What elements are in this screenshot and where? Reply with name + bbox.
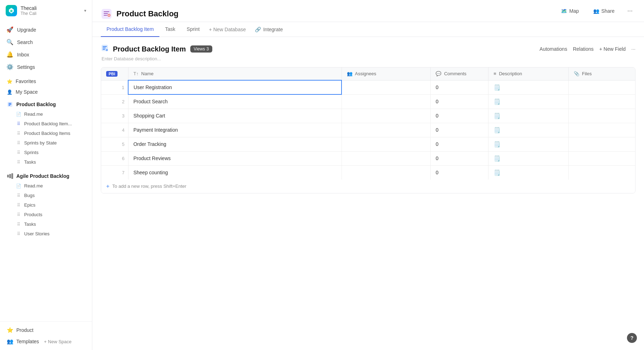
agile-backlog-label: Agile Product Backlog [16, 173, 69, 179]
tab-integrate[interactable]: 🔗 Integrate [249, 22, 288, 37]
sidebar-sub-read-me-1[interactable]: 📄 Read.me [3, 109, 89, 119]
row-files-cell[interactable] [568, 123, 635, 137]
sidebar-sub-product-backlog-item[interactable]: ⠿ Product Backlog Item... [3, 119, 89, 128]
share-button[interactable]: 👥 Share [589, 6, 619, 16]
svg-rect-5 [7, 175, 9, 177]
comments-col-icon: 💬 [436, 71, 441, 76]
row-name-cell[interactable]: Product Search [128, 94, 342, 109]
sidebar-item-my-space[interactable]: 👤 My Space [3, 87, 89, 97]
tab-task-label: Task [165, 26, 175, 32]
map-button[interactable]: 🗺️ Map [557, 6, 583, 16]
new-space-label[interactable]: + New Space [44, 339, 72, 344]
col-name[interactable]: T↑ Name [128, 67, 342, 80]
row-assignees-cell[interactable] [342, 151, 430, 165]
row-comments-cell: 0 [431, 151, 489, 165]
views-button[interactable]: Views 3 [190, 45, 212, 53]
sidebar-sub-epics[interactable]: ⠿ Epics [3, 200, 89, 210]
row-assignees-cell[interactable] [342, 165, 430, 180]
table-row[interactable]: 4Payment Integration0🗒️ [101, 123, 635, 137]
sidebar-sub-read-me-2[interactable]: 📄 Read.me [3, 181, 89, 191]
row-name-cell[interactable]: Product Reviews [128, 151, 342, 165]
org-header[interactable]: Thecali The Cali ▾ [0, 0, 92, 21]
row-description-cell[interactable]: 🗒️ [489, 165, 568, 180]
tab-product-backlog-item[interactable]: Product Backlog Item [101, 22, 159, 37]
tab-sprint[interactable]: Sprint [181, 22, 206, 37]
col-description[interactable]: ≡ Description [489, 67, 568, 80]
tab-new-database[interactable]: + New Database [205, 22, 249, 37]
automations-button[interactable]: Automations [540, 46, 567, 52]
sidebar-sub-product-backlog-items[interactable]: ⠿ Product Backlog Items [3, 128, 89, 138]
tab-task[interactable]: Task [159, 22, 181, 37]
sidebar-sub-tasks[interactable]: ⠿ Tasks [3, 157, 89, 167]
share-label: Share [601, 8, 615, 14]
agile-backlog-group-header[interactable]: Agile Product Backlog [3, 170, 89, 181]
content-section-title: Product Backlog Item [113, 45, 186, 53]
product-backlog-group-header[interactable]: Product Backlog [3, 98, 89, 109]
row-assignees-cell[interactable] [342, 80, 430, 94]
svg-point-0 [10, 10, 12, 12]
row-files-cell[interactable] [568, 151, 635, 165]
description-doc-icon: 🗒️ [493, 84, 501, 91]
row-files-cell[interactable] [568, 94, 635, 109]
row-assignees-cell[interactable] [342, 109, 430, 123]
row-description-cell[interactable]: 🗒️ [489, 151, 568, 165]
sidebar-item-product[interactable]: ⭐ Product [3, 324, 89, 336]
row-description-cell[interactable]: 🗒️ [489, 137, 568, 151]
table-row[interactable]: 3Shopping Cart0🗒️ [101, 109, 635, 123]
row-assignees-cell[interactable] [342, 137, 430, 151]
more-options-icon[interactable]: ··· [624, 6, 635, 16]
row-description-cell[interactable]: 🗒️ [489, 94, 568, 109]
svg-rect-2 [9, 103, 11, 104]
col-assignees[interactable]: 👥 Assignees [342, 67, 430, 80]
table-row[interactable]: 6Product Reviews0🗒️ [101, 151, 635, 165]
sidebar-sub-sprints[interactable]: ⠿ Sprints [3, 148, 89, 157]
sidebar-item-favorites[interactable]: ⭐ Favorites [3, 76, 89, 87]
sidebar-sub-sprints-by-state[interactable]: ⠿ Sprints by State [3, 138, 89, 148]
row-name-cell[interactable]: Payment Integration [128, 123, 342, 137]
sidebar-item-search[interactable]: 🔍 Search [3, 36, 89, 48]
data-table: PBI T↑ Name 👥 Assignees 💬 Comments [101, 67, 635, 180]
org-name: Thecali [21, 5, 37, 11]
assignees-col-icon: 👥 [347, 71, 353, 76]
sidebar-sub-user-stories[interactable]: ⠿ User Stories [3, 229, 89, 239]
sidebar-item-templates[interactable]: 👥 Templates + New Space [3, 336, 89, 347]
sidebar-sub-products[interactable]: ⠿ Products [3, 210, 89, 219]
bugs-label: Bugs [24, 193, 35, 198]
table-row[interactable]: 2Product Search0🗒️ [101, 94, 635, 109]
row-name-cell[interactable]: Sheep counting [128, 165, 342, 180]
sidebar-item-settings[interactable]: ⚙️ Settings [3, 61, 89, 73]
table-row[interactable]: 5Order Tracking0🗒️ [101, 137, 635, 151]
pbi-column-badge: PBI [106, 71, 118, 77]
row-files-cell[interactable] [568, 137, 635, 151]
row-assignees-cell[interactable] [342, 123, 430, 137]
row-files-cell[interactable] [568, 80, 635, 94]
row-assignees-cell[interactable] [342, 94, 430, 109]
database-description[interactable]: Enter Database description... [101, 56, 635, 61]
product-backlog-group: Product Backlog 📄 Read.me ⠿ Product Back… [0, 98, 92, 167]
row-description-cell[interactable]: 🗒️ [489, 109, 568, 123]
sidebar-sub-tasks-2[interactable]: ⠿ Tasks [3, 219, 89, 229]
comments-col-label: Comments [444, 71, 466, 76]
tab-sprint-label: Sprint [187, 26, 200, 32]
row-name-cell[interactable]: User Registration [128, 80, 342, 94]
sidebar-sub-bugs[interactable]: ⠿ Bugs [3, 191, 89, 200]
name-col-icon: T↑ [133, 71, 138, 76]
col-comments[interactable]: 💬 Comments [431, 67, 489, 80]
help-button[interactable]: ? [627, 333, 637, 343]
table-row[interactable]: 1User Registration0🗒️ [101, 80, 635, 94]
table-more-icon[interactable]: ··· [631, 46, 635, 52]
row-name-cell[interactable]: Order Tracking [128, 137, 342, 151]
favorites-label: Favorites [16, 78, 36, 84]
col-files[interactable]: 📎 Files [568, 67, 635, 80]
table-row[interactable]: 7Sheep counting0🗒️ [101, 165, 635, 180]
sidebar-item-inbox[interactable]: 🔔 Inbox [3, 48, 89, 61]
row-files-cell[interactable] [568, 165, 635, 180]
new-field-button[interactable]: + New Field [599, 46, 626, 52]
sidebar-item-upgrade[interactable]: 🚀 Upgrade [3, 23, 89, 36]
row-name-cell[interactable]: Shopping Cart [128, 109, 342, 123]
relations-button[interactable]: Relations [573, 46, 594, 52]
row-files-cell[interactable] [568, 109, 635, 123]
add-row-button[interactable]: + To add a new row, press Shift+Enter [101, 180, 635, 193]
row-description-cell[interactable]: 🗒️ [489, 80, 568, 94]
row-description-cell[interactable]: 🗒️ [489, 123, 568, 137]
